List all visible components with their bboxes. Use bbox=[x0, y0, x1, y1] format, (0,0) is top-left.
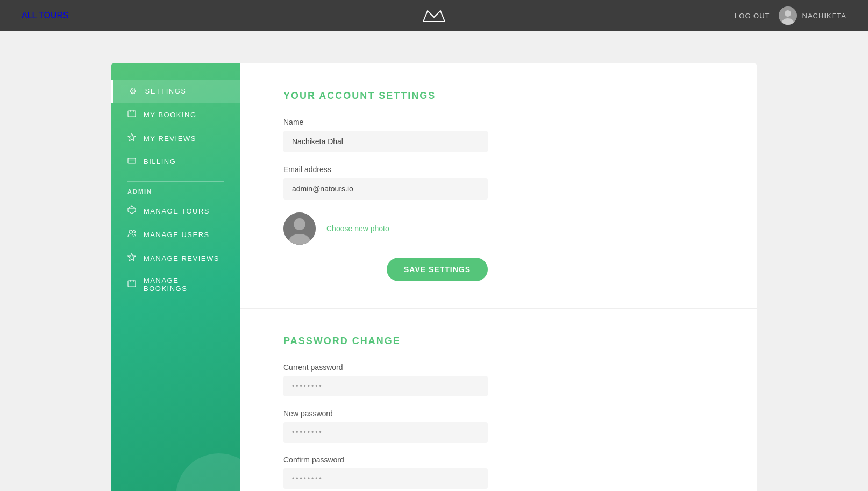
email-input[interactable] bbox=[283, 178, 488, 200]
sidebar-item-my-reviews-label: MY REVIEWS bbox=[144, 134, 196, 143]
choose-photo-button[interactable]: Choose new photo bbox=[326, 224, 389, 233]
new-password-label: New password bbox=[283, 409, 714, 418]
svg-point-2 bbox=[785, 10, 791, 17]
sidebar-item-manage-users-label: MANAGE USERS bbox=[144, 231, 210, 239]
photo-row: Choose new photo bbox=[283, 212, 714, 245]
sidebar-item-manage-tours[interactable]: MANAGE TOURS bbox=[111, 199, 240, 223]
content-area: YOUR ACCOUNT SETTINGS Name Email address bbox=[240, 63, 757, 491]
sidebar-item-my-booking[interactable]: MY BOOKING bbox=[111, 103, 240, 126]
current-password-group: Current password bbox=[283, 363, 714, 396]
account-settings-title: YOUR ACCOUNT SETTINGS bbox=[283, 90, 714, 102]
name-label: Name bbox=[283, 118, 714, 126]
name-input[interactable] bbox=[283, 131, 488, 152]
sidebar-item-billing-label: BILLING bbox=[144, 158, 176, 166]
sidebar-item-my-reviews[interactable]: MY REVIEWS bbox=[111, 126, 240, 150]
sidebar-item-settings-label: SETTINGS bbox=[145, 87, 187, 95]
sidebar-item-manage-users[interactable]: MANAGE USERS bbox=[111, 223, 240, 246]
logout-button[interactable]: LOG OUT bbox=[735, 12, 770, 20]
confirm-password-group: Confirm password bbox=[283, 456, 714, 489]
svg-rect-8 bbox=[128, 158, 136, 163]
svg-point-12 bbox=[133, 231, 136, 233]
sidebar-item-manage-reviews[interactable]: MANAGE REVIEWS bbox=[111, 246, 240, 270]
email-form-group: Email address bbox=[283, 165, 714, 200]
email-label: Email address bbox=[283, 165, 714, 174]
svg-point-18 bbox=[294, 218, 305, 230]
admin-label: ADMIN bbox=[111, 186, 240, 199]
crown-icon bbox=[422, 6, 446, 23]
all-tours-link[interactable]: ALL TOURS bbox=[22, 11, 69, 20]
sidebar: ⚙ SETTINGS MY BOOKING MY REVIEWS BILLING… bbox=[111, 63, 240, 491]
sidebar-item-manage-tours-label: MANAGE TOURS bbox=[144, 207, 210, 215]
sidebar-item-manage-bookings-label: MANAGE BOOKINGS bbox=[144, 276, 224, 293]
confirm-password-input[interactable] bbox=[283, 468, 488, 489]
top-navigation: ALL TOURS LOG OUT NACHIKETA bbox=[0, 0, 868, 31]
svg-rect-4 bbox=[128, 111, 136, 117]
sidebar-item-manage-bookings[interactable]: MANAGE BOOKINGS bbox=[111, 270, 240, 299]
manage-bookings-icon bbox=[127, 279, 136, 290]
sidebar-divider bbox=[127, 181, 224, 182]
name-form-group: Name bbox=[283, 118, 714, 152]
billing-icon bbox=[127, 156, 136, 166]
manage-tours-icon bbox=[127, 205, 136, 216]
booking-icon bbox=[127, 109, 136, 120]
svg-marker-7 bbox=[128, 133, 136, 141]
avatar bbox=[779, 6, 797, 25]
current-password-label: Current password bbox=[283, 363, 714, 372]
settings-icon: ⚙ bbox=[129, 86, 138, 96]
manage-users-icon bbox=[127, 229, 136, 240]
sidebar-item-billing[interactable]: BILLING bbox=[111, 150, 240, 173]
reviews-icon bbox=[127, 133, 136, 144]
username-label: NACHIKETA bbox=[802, 12, 846, 20]
all-tours-label[interactable]: ALL TOURS bbox=[22, 11, 69, 20]
user-photo-avatar bbox=[283, 212, 316, 245]
user-profile: NACHIKETA bbox=[779, 6, 846, 25]
current-password-input[interactable] bbox=[283, 376, 488, 396]
sidebar-item-settings[interactable]: ⚙ SETTINGS bbox=[111, 80, 240, 103]
password-change-title: PASSWORD CHANGE bbox=[283, 336, 714, 347]
account-settings-section: YOUR ACCOUNT SETTINGS Name Email address bbox=[240, 63, 757, 309]
logo bbox=[422, 6, 446, 25]
svg-rect-14 bbox=[128, 281, 136, 287]
manage-reviews-icon bbox=[127, 253, 136, 264]
main-layout: ⚙ SETTINGS MY BOOKING MY REVIEWS BILLING… bbox=[111, 63, 757, 491]
svg-point-11 bbox=[129, 230, 132, 233]
password-change-section: PASSWORD CHANGE Current password New pas… bbox=[240, 309, 757, 491]
save-settings-button[interactable]: SAVE SETTINGS bbox=[387, 258, 488, 281]
svg-marker-13 bbox=[128, 253, 136, 261]
new-password-input[interactable] bbox=[283, 422, 488, 443]
sidebar-item-my-booking-label: MY BOOKING bbox=[144, 111, 197, 119]
save-settings-row: SAVE SETTINGS bbox=[283, 258, 488, 281]
sidebar-item-manage-reviews-label: MANAGE REVIEWS bbox=[144, 254, 219, 262]
topnav-right: LOG OUT NACHIKETA bbox=[735, 6, 846, 25]
confirm-password-label: Confirm password bbox=[283, 456, 714, 464]
new-password-group: New password bbox=[283, 409, 714, 443]
